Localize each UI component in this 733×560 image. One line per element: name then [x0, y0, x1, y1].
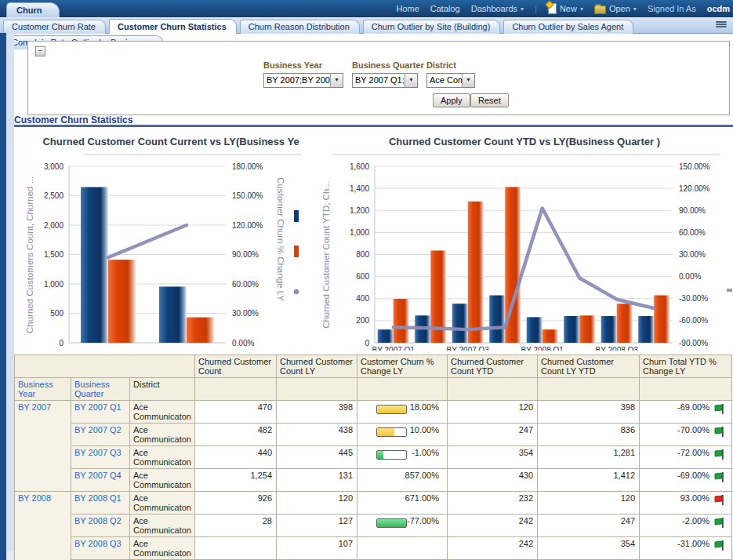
dropdown-arrow-icon[interactable]: ▼	[330, 74, 343, 87]
prompt-select-district[interactable]: Ace Communica▼	[426, 73, 475, 88]
bar[interactable]	[542, 329, 558, 343]
bar[interactable]	[187, 318, 214, 343]
svg-text:BY 2008 Q3: BY 2008 Q3	[596, 346, 639, 351]
bar[interactable]	[489, 296, 505, 343]
svg-text:1,600: 1,600	[350, 162, 369, 171]
prompt-label: Business Quarter	[352, 60, 424, 70]
gauge-icon	[376, 427, 407, 437]
svg-text:0.00%: 0.00%	[232, 339, 254, 347]
tab-churn-outlier-by-site-building-[interactable]: Churn Outlier by Site (Building)	[363, 20, 501, 34]
dashboard-title-tab[interactable]: Churn	[6, 2, 60, 18]
catalog-link[interactable]: Catalog	[430, 4, 460, 13]
new-menu[interactable]: New▾	[548, 3, 583, 14]
dimension-header[interactable]: Business Quarter	[71, 378, 130, 401]
total-pct-cell: -70.00%	[640, 424, 732, 446]
count-ly-cell: 107	[277, 537, 357, 560]
year-link[interactable]: BY 2007	[15, 401, 71, 492]
prompt-select-business-quarter[interactable]: BY 2007 Q1;BY▼	[352, 73, 418, 88]
tab-churn-outlier-by-sales-agent[interactable]: Churn Outlier by Sales Agent	[503, 20, 633, 34]
bar[interactable]	[378, 329, 394, 343]
column-header[interactable]: Churned Customer Count LY	[277, 355, 357, 378]
quarter-link[interactable]: BY 2008 Q1	[71, 492, 130, 515]
table-row: BY 2007 Q4Ace Communicaton1,254131857.00…	[15, 469, 732, 492]
reset-button[interactable]: Reset	[470, 93, 509, 107]
column-header[interactable]: Churned Customer Count	[195, 355, 277, 378]
section-rule	[14, 125, 733, 127]
bar[interactable]	[617, 304, 633, 343]
svg-text:BY 2007 Q1: BY 2007 Q1	[372, 346, 415, 351]
tab-customer-churn-rate[interactable]: Customer Churn Rate	[3, 20, 106, 34]
quarter-link[interactable]: BY 2007 Q3	[71, 446, 130, 469]
bar[interactable]	[564, 316, 579, 343]
count-cell: 440	[195, 446, 277, 469]
total-pct-cell: -2.00%	[640, 515, 732, 537]
kpi-flag-icon	[714, 449, 725, 460]
open-menu[interactable]: Open▾	[594, 4, 637, 14]
global-links: Home Catalog Dashboards▾ | New▾ Open▾ Si…	[396, 0, 730, 17]
churn-pct-cell: 18.00%	[357, 401, 448, 424]
tab-label: Customer Churn Statistics	[118, 22, 227, 31]
ytd-cell: 247	[448, 424, 538, 446]
bar[interactable]	[579, 315, 595, 343]
header-spacer	[640, 378, 732, 401]
dropdown-arrow-icon[interactable]: ▼	[405, 74, 417, 87]
header-spacer	[538, 378, 640, 401]
kpi-flag-icon	[714, 404, 725, 414]
page-options-icon[interactable]	[716, 21, 727, 30]
collapse-section-icon[interactable]: −	[35, 46, 45, 56]
bar[interactable]	[452, 304, 468, 343]
bar[interactable]	[81, 187, 108, 343]
table-row: BY 2008BY 2008 Q1Ace Communicaton9261206…	[15, 492, 732, 515]
bar[interactable]	[638, 316, 654, 343]
select-value: BY 2007;BY 2008;B	[267, 75, 330, 85]
chart-right-svg[interactable]: 02004006008001,0001,2001,4001,600-90.00%…	[316, 129, 733, 351]
column-header[interactable]: Churned Customer Count YTD	[448, 355, 538, 378]
svg-text:2,500: 2,500	[44, 191, 64, 200]
district-cell: Ace Communicaton	[130, 515, 195, 537]
trend-line[interactable]	[108, 225, 187, 257]
dashboards-menu[interactable]: Dashboards▾	[471, 4, 524, 13]
apply-button[interactable]: Apply	[433, 93, 470, 107]
home-link[interactable]: Home	[396, 4, 419, 13]
bar[interactable]	[527, 317, 542, 343]
churn-pct-cell: -77.00%	[357, 515, 448, 537]
ytd-cell: 242	[448, 537, 538, 560]
prompt-label: Business Year	[263, 60, 322, 70]
tab-churn-reason-distribution[interactable]: Churn Reason Distribution	[240, 20, 360, 34]
quarter-link[interactable]: BY 2008 Q2	[71, 515, 130, 537]
column-header[interactable]: Customer Churn % Change LY	[357, 355, 448, 378]
table-row: BY 2008 Q2Ace Communicaton28127-77.00%24…	[15, 515, 732, 537]
bar[interactable]	[159, 286, 187, 343]
bar[interactable]	[394, 299, 409, 343]
username[interactable]: ocdm	[707, 4, 730, 13]
svg-text:150.00%: 150.00%	[679, 162, 710, 171]
dimension-header[interactable]: Business Year	[15, 378, 71, 401]
column-header[interactable]: Churn Total YTD % Change LY	[640, 355, 732, 378]
churn-ytd-vs-ly-chart[interactable]: 02004006008001,0001,2001,4001,600-90.00%…	[316, 129, 733, 351]
bar[interactable]	[654, 296, 669, 343]
churn-pct-cell: 10.00%	[357, 424, 448, 446]
chart-left-svg[interactable]: 05001,0001,5002,0002,5003,0000.00%30.00%…	[14, 129, 316, 351]
dropdown-arrow-icon[interactable]: ▼	[462, 74, 474, 87]
quarter-link[interactable]: BY 2007 Q4	[71, 469, 130, 492]
quarter-link[interactable]: BY 2008 Q3	[71, 537, 130, 560]
count-ly-cell: 120	[277, 492, 357, 515]
quarter-link[interactable]: BY 2007 Q1	[71, 401, 130, 424]
tab-customer-churn-statistics[interactable]: Customer Churn Statistics	[109, 19, 237, 34]
gauge-icon	[376, 518, 407, 528]
ytd-cell: 242	[448, 515, 538, 537]
bar[interactable]	[108, 260, 136, 343]
kpi-flag-icon	[714, 495, 725, 505]
year-link[interactable]: BY 2008	[15, 492, 71, 560]
bar[interactable]	[601, 316, 617, 343]
svg-text:BY 2007 Q3: BY 2007 Q3	[447, 346, 490, 351]
prompt-select-business-year[interactable]: BY 2007;BY 2008;B▼	[263, 73, 343, 88]
svg-text:0: 0	[365, 339, 369, 347]
svg-text:60.00%: 60.00%	[232, 280, 259, 289]
signed-in-label: Signed In As	[648, 4, 696, 13]
column-header[interactable]: Churned Customer Count LY YTD	[538, 355, 640, 378]
total-pct-cell: -31.00%	[640, 537, 732, 560]
quarter-link[interactable]: BY 2007 Q2	[71, 424, 130, 446]
bar[interactable]	[468, 202, 484, 343]
churn-current-vs-ly-chart[interactable]: 05001,0001,5002,0002,5003,0000.00%30.00%…	[14, 129, 316, 351]
